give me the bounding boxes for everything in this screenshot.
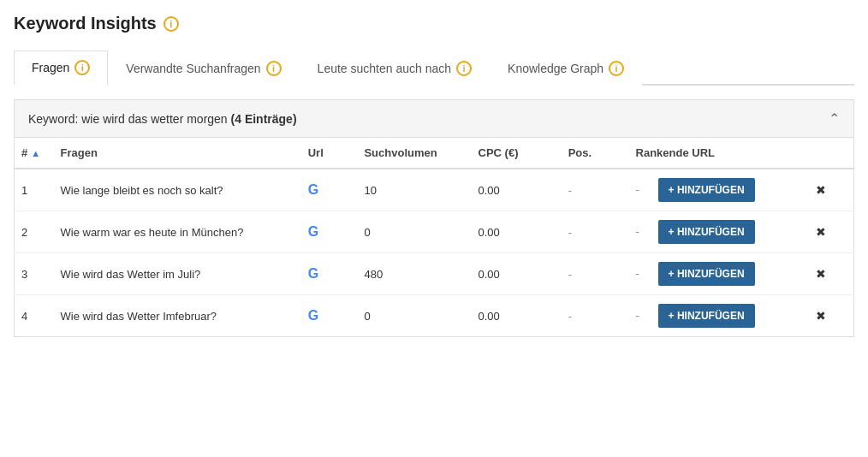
col-header-url: Url xyxy=(301,138,358,169)
cell-cpc-3: 0.00 xyxy=(472,253,562,295)
cell-suchvolumen-2: 0 xyxy=(357,211,471,253)
cell-cpc-4: 0.00 xyxy=(472,295,562,337)
cell-num-3: 3 xyxy=(15,253,54,295)
delete-icon-2[interactable]: ✖ xyxy=(816,225,826,239)
col-header-cpc: CPC (€) xyxy=(472,138,562,169)
cell-rankende-3: - + HINZUFÜGEN xyxy=(629,253,809,295)
table-header-row: #▲ Fragen Url Suchvolumen CPC (€) Pos. R… xyxy=(15,138,854,169)
tab-fragen[interactable]: Fragen i xyxy=(14,50,108,86)
keyword-table: #▲ Fragen Url Suchvolumen CPC (€) Pos. R… xyxy=(14,138,854,337)
add-button-4[interactable]: + HINZUFÜGEN xyxy=(658,304,755,328)
tab-knowledge-info-icon[interactable]: i xyxy=(609,61,624,76)
google-link-2[interactable]: G xyxy=(308,224,318,240)
cell-fragen-2: Wie warm war es heute in München? xyxy=(54,211,301,253)
tab-knowledge-label: Knowledge Graph xyxy=(508,62,603,75)
delete-icon-3[interactable]: ✖ xyxy=(816,267,826,281)
col-header-fragen: Fragen xyxy=(54,138,301,169)
cell-delete-4[interactable]: ✖ xyxy=(809,295,854,337)
col-header-suchvolumen: Suchvolumen xyxy=(357,138,471,169)
tab-verwandte-label: Verwandte Suchanfragen xyxy=(126,62,260,75)
table-row: 1 Wie lange bleibt es noch so kalt? G 10… xyxy=(15,169,854,211)
section-header-title: Keyword: wie wird das wetter morgen (4 E… xyxy=(28,112,297,126)
cell-pos-3: - xyxy=(562,253,629,295)
cell-delete-1[interactable]: ✖ xyxy=(809,169,854,211)
cell-delete-3[interactable]: ✖ xyxy=(809,253,854,295)
cell-suchvolumen-3: 480 xyxy=(357,253,471,295)
entry-count: (4 Einträge) xyxy=(231,112,297,126)
tab-leute[interactable]: Leute suchten auch nach i xyxy=(300,50,490,86)
google-link-4[interactable]: G xyxy=(308,308,318,323)
delete-icon-4[interactable]: ✖ xyxy=(816,309,826,323)
cell-rankende-4: - + HINZUFÜGEN xyxy=(629,295,809,337)
page-title: Keyword Insights xyxy=(14,14,157,33)
page-title-info-icon[interactable]: i xyxy=(163,16,179,32)
tab-fragen-info-icon[interactable]: i xyxy=(74,60,90,75)
col-header-actions xyxy=(809,138,854,169)
cell-pos-2: - xyxy=(562,211,629,253)
page-title-section: Keyword Insights i xyxy=(14,14,854,33)
keyword-label: Keyword: wie wird das wetter morgen xyxy=(28,112,228,126)
cell-pos-4: - xyxy=(562,295,629,337)
add-button-2[interactable]: + HINZUFÜGEN xyxy=(658,220,755,244)
tab-knowledge[interactable]: Knowledge Graph i xyxy=(490,50,642,86)
cell-cpc-2: 0.00 xyxy=(472,211,562,253)
tab-fragen-label: Fragen xyxy=(32,61,69,74)
cell-url-2[interactable]: G xyxy=(301,211,358,253)
delete-icon-1[interactable]: ✖ xyxy=(816,183,826,197)
col-header-num[interactable]: #▲ xyxy=(15,138,54,169)
cell-num-4: 4 xyxy=(15,295,54,337)
cell-url-1[interactable]: G xyxy=(301,169,358,211)
col-header-pos: Pos. xyxy=(562,138,629,169)
collapse-icon[interactable]: ⌃ xyxy=(829,110,840,127)
table-row: 4 Wie wird das Wetter Imfebruar? G 0 0.0… xyxy=(15,295,854,337)
table-row: 3 Wie wird das Wetter im Juli? G 480 0.0… xyxy=(15,253,854,295)
add-button-1[interactable]: + HINZUFÜGEN xyxy=(658,178,755,202)
add-button-3[interactable]: + HINZUFÜGEN xyxy=(658,262,755,286)
tab-verwandte-info-icon[interactable]: i xyxy=(266,61,282,76)
cell-suchvolumen-4: 0 xyxy=(357,295,471,337)
sort-icon-num: ▲ xyxy=(31,148,40,158)
cell-suchvolumen-1: 10 xyxy=(357,169,471,211)
tab-leute-info-icon[interactable]: i xyxy=(456,61,472,76)
tab-verwandte[interactable]: Verwandte Suchanfragen i xyxy=(108,50,299,86)
cell-num-1: 1 xyxy=(15,169,54,211)
tabs-bar: Fragen i Verwandte Suchanfragen i Leute … xyxy=(14,50,854,86)
cell-cpc-1: 0.00 xyxy=(472,169,562,211)
cell-fragen-3: Wie wird das Wetter im Juli? xyxy=(54,253,301,295)
cell-pos-1: - xyxy=(562,169,629,211)
google-link-1[interactable]: G xyxy=(308,182,318,198)
col-header-rankende: Rankende URL xyxy=(629,138,809,169)
cell-fragen-1: Wie lange bleibt es noch so kalt? xyxy=(54,169,301,211)
cell-rankende-2: - + HINZUFÜGEN xyxy=(629,211,809,253)
section-header: Keyword: wie wird das wetter morgen (4 E… xyxy=(14,99,854,138)
cell-delete-2[interactable]: ✖ xyxy=(809,211,854,253)
cell-url-4[interactable]: G xyxy=(301,295,358,337)
cell-url-3[interactable]: G xyxy=(301,253,358,295)
cell-rankende-1: - + HINZUFÜGEN xyxy=(629,169,809,211)
cell-num-2: 2 xyxy=(15,211,54,253)
google-link-3[interactable]: G xyxy=(308,266,318,282)
cell-fragen-4: Wie wird das Wetter Imfebruar? xyxy=(54,295,301,337)
tab-leute-label: Leute suchten auch nach xyxy=(318,62,451,75)
table-row: 2 Wie warm war es heute in München? G 0 … xyxy=(15,211,854,253)
